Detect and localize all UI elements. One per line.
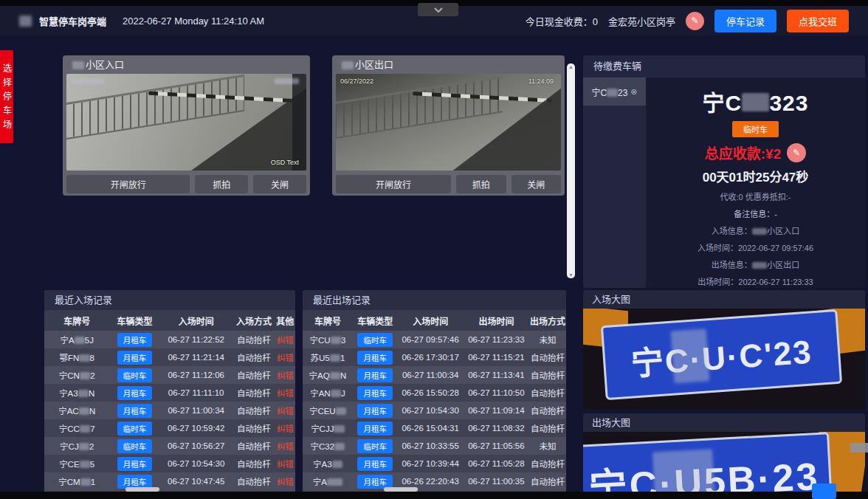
type-cell: 月租车 <box>109 404 159 418</box>
entry-time-cell: 06-27 10:39:44 <box>398 459 464 468</box>
exit-camera-controls: 开闸放行 抓拍 关闸 <box>336 175 561 193</box>
exit-camera-video: 06/27/2022 11:24:09 <box>336 74 561 171</box>
correct-error-link[interactable]: 纠错 <box>275 351 295 363</box>
select-parking-lot-tab[interactable]: 选择停车场 <box>0 50 13 143</box>
correct-error-link[interactable]: 纠错 <box>275 422 295 434</box>
exit-table-header-row: 车牌号 车辆类型 入场时间 出场时间 出场方式 <box>303 310 566 331</box>
close-icon[interactable]: ⊗ <box>630 87 637 97</box>
type-cell: 月租车 <box>353 404 398 418</box>
osd-date: 06/27/2022 <box>340 78 373 85</box>
plate-cell: 宁AQN <box>303 369 353 381</box>
vehicle-type-badge[interactable]: 临时车 <box>117 421 153 436</box>
correct-error-link[interactable]: 纠错 <box>275 475 295 487</box>
entry-mode-cell: 自动抬杆 <box>232 387 275 399</box>
app-logo <box>19 16 32 27</box>
correct-error-link[interactable]: 纠错 <box>275 387 295 399</box>
type-cell: 月租车 <box>109 333 159 347</box>
remark-line: 备注信息：- <box>646 207 865 219</box>
exit-time-cell: 06-27 11:05:56 <box>464 441 529 450</box>
cash-today-label: 今日现金收费：0 <box>526 14 598 28</box>
chevron-down-icon <box>434 7 443 13</box>
correct-error-link[interactable]: 纠错 <box>275 369 295 381</box>
entry-mode-cell: 自动抬杆 <box>232 475 275 487</box>
app-window: 智慧停车岗亭端 2022-06-27 Monday 11:24:10 AM 今日… <box>0 0 868 499</box>
entry-mode-cell: 自动抬杆 <box>232 351 275 363</box>
exit-time-cell: 06-27 11:13:41 <box>464 371 529 379</box>
vehicle-type-badge[interactable]: 月租车 <box>357 421 393 436</box>
table-row: 宁ANJ 月租车 06-26 15:50:28 06-27 11:10:50 自… <box>303 384 566 402</box>
table-row: 鄂FN8 月租车 06-27 11:21:14 自动抬杆 纠错 <box>44 348 295 366</box>
correct-error-link[interactable]: 纠错 <box>275 334 295 345</box>
scroll-down-icon[interactable]: ▼ <box>568 272 574 278</box>
vehicle-type-badge[interactable]: 月租车 <box>117 386 153 400</box>
corner-button[interactable] <box>812 483 836 499</box>
vehicle-type-badge[interactable]: 月租车 <box>357 386 393 400</box>
snapshot-button[interactable]: 抓拍 <box>456 175 506 193</box>
plate-cell: 苏U51 <box>303 351 353 363</box>
col-vehicle-type: 车辆类型 <box>353 314 398 327</box>
type-cell: 临时车 <box>109 439 159 453</box>
parking-records-button[interactable]: 停车记录 <box>714 10 776 32</box>
table-row: 宁CN2 临时车 06-27 11:12:06 自动抬杆 纠错 <box>44 366 295 384</box>
plate-cell: 宁CU3 <box>303 334 353 345</box>
col-entry-time: 入场时间 <box>159 314 232 327</box>
scroll-up-icon[interactable]: ▲ <box>568 64 574 69</box>
snapshot-button[interactable]: 抓拍 <box>195 175 248 193</box>
type-cell: 临时车 <box>353 333 398 347</box>
exit-time-line: 出场时间：2022-06-27 11:23:33 <box>646 275 865 287</box>
plate-cell: 宁CE5 <box>44 458 109 469</box>
vehicle-type-badge[interactable]: 月租车 <box>357 368 393 382</box>
vehicle-type-badge[interactable]: 月租车 <box>357 475 393 489</box>
exit-time-cell: 06-27 11:08:32 <box>464 424 529 433</box>
plate-cell: 宁C32 <box>303 440 353 452</box>
bottom-bar <box>0 492 868 499</box>
entry-photo-title: 入场大图 <box>583 290 865 309</box>
type-cell: 月租车 <box>109 457 159 471</box>
exit-mode-cell: 未知 <box>529 440 566 452</box>
vertical-scrollbar[interactable]: ▲ ▼ <box>567 63 575 278</box>
close-gate-button[interactable]: 关闸 <box>512 175 561 193</box>
close-gate-button[interactable]: 关闸 <box>253 175 306 193</box>
open-gate-button[interactable]: 开闸放行 <box>66 175 190 193</box>
vehicle-type-badge[interactable]: 月租车 <box>357 351 393 365</box>
vehicle-type-badge[interactable]: 月租车 <box>117 457 153 471</box>
entry-mode-cell: 自动抬杆 <box>232 458 275 469</box>
vehicle-type-badge[interactable]: 月租车 <box>357 404 393 418</box>
entry-time-cell: 06-27 10:54:30 <box>398 406 464 415</box>
type-cell: 月租车 <box>353 386 398 400</box>
edit-amount-icon[interactable]: ✎ <box>787 143 806 162</box>
entry-camera-controls: 开闸放行 抓拍 关闸 <box>66 175 306 193</box>
vehicle-type-badge[interactable]: 月租车 <box>357 457 393 471</box>
collapse-toggle-button[interactable] <box>418 3 458 16</box>
vehicle-type-badge[interactable]: 临时车 <box>117 368 153 382</box>
vehicle-type-badge[interactable]: 月租车 <box>117 404 153 418</box>
correct-error-link[interactable]: 纠错 <box>275 458 295 469</box>
entry-table-header-row: 车牌号 车辆类型 入场时间 入场方式 其他 <box>44 310 295 331</box>
edit-station-icon[interactable]: ✎ <box>686 12 704 30</box>
recent-entry-records-panel: 最近入场记录 车牌号 车辆类型 入场时间 入场方式 其他 宁A5J 月租车 06… <box>44 290 295 499</box>
pending-vehicle-detail: 宁C323 临时车 总应收款:¥2 ✎ 00天01时25分47秒 代收:0 优惠… <box>646 78 865 288</box>
correct-error-link[interactable]: 纠错 <box>275 440 295 452</box>
shift-change-button[interactable]: 点我交班 <box>787 10 849 32</box>
entry-time-cell: 06-26 15:50:28 <box>398 388 464 397</box>
pending-plate-number: 宁C323 <box>646 85 865 117</box>
col-entry-mode: 入场方式 <box>232 314 275 327</box>
vehicle-type-badge[interactable]: 月租车 <box>117 475 153 489</box>
pending-vehicle-tab[interactable]: 宁C23 ⊗ <box>583 78 646 106</box>
exit-mode-cell: 自动抬杆 <box>529 387 566 399</box>
osd-label: OSD Text <box>271 159 299 166</box>
header-left: 智慧停车岗亭端 2022-06-27 Monday 11:24:10 AM <box>19 14 264 28</box>
vehicle-type-badge[interactable]: 月租车 <box>117 333 153 347</box>
vehicle-type-badge[interactable]: 月租车 <box>117 351 153 365</box>
entry-time-cell: 06-27 11:22:52 <box>159 335 232 344</box>
correct-error-link[interactable]: 纠错 <box>275 405 295 416</box>
vehicle-type-badge[interactable]: 临时车 <box>357 439 393 453</box>
vehicle-type-badge[interactable]: 临时车 <box>357 333 393 347</box>
table-row: 宁A3 月租车 06-27 10:39:44 06-27 11:05:28 自动… <box>303 455 566 472</box>
open-gate-button[interactable]: 开闸放行 <box>336 175 451 193</box>
type-cell: 临时车 <box>353 439 398 453</box>
vehicle-type-badge[interactable]: 临时车 <box>117 439 153 453</box>
type-cell: 月租车 <box>353 457 398 471</box>
vehicle-type-badge: 临时车 <box>732 121 779 137</box>
type-cell: 月租车 <box>109 475 159 489</box>
